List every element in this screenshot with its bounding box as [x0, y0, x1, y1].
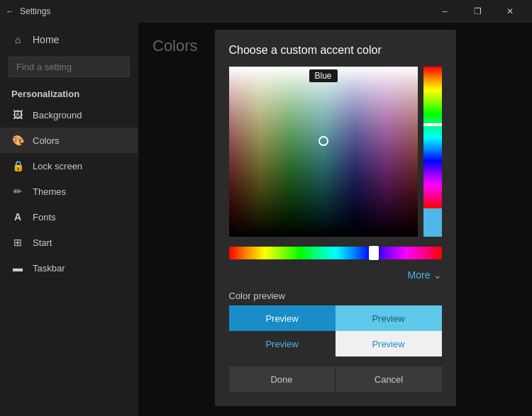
sidebar-item-background[interactable]: 🖼 Background: [0, 102, 138, 128]
title-bar-title: Settings: [20, 6, 50, 16]
sidebar-item-start[interactable]: ⊞ Start: [0, 230, 138, 255]
preview-grid: Preview Preview Preview Preview: [229, 305, 442, 356]
gradient-black: [229, 67, 418, 237]
preview-cell-4: Preview: [336, 331, 442, 356]
more-button[interactable]: More ⌄: [408, 269, 442, 281]
content-area: Colors Choose a custom accent color Blue: [138, 23, 532, 416]
themes-icon: ✏: [11, 186, 24, 197]
preview-cell-2: Preview: [336, 305, 442, 331]
home-icon: ⌂: [11, 34, 24, 45]
maximize-button[interactable]: ❐: [461, 0, 494, 23]
sidebar-label-colors: Colors: [33, 135, 60, 146]
more-label: More: [408, 269, 431, 281]
colors-icon: 🎨: [11, 135, 24, 146]
hue-slider-area: [229, 247, 442, 259]
sidebar: ⌂ Home Personalization 🖼 Background 🎨 Co…: [0, 23, 138, 416]
minimize-button[interactable]: –: [428, 0, 461, 23]
back-icon[interactable]: ←: [6, 6, 14, 16]
home-label: Home: [33, 34, 59, 45]
title-bar: ← Settings – ❐ ✕: [0, 0, 532, 23]
lock-icon: 🔒: [11, 160, 24, 172]
fonts-icon: A: [11, 211, 24, 223]
selected-color-preview: [423, 208, 442, 237]
color-picker-modal: Choose a custom accent color Blue: [215, 30, 456, 406]
chevron-down-icon: ⌄: [433, 269, 442, 281]
more-row: More ⌄: [229, 269, 442, 281]
color-gradient-wrapper[interactable]: Blue: [229, 67, 418, 237]
sidebar-label-lock-screen: Lock screen: [33, 161, 82, 172]
sidebar-label-taskbar: Taskbar: [33, 263, 65, 274]
cancel-button[interactable]: Cancel: [336, 366, 442, 392]
hue-slider-track[interactable]: [229, 247, 442, 259]
close-button[interactable]: ✕: [494, 0, 526, 23]
sidebar-item-taskbar[interactable]: ▬ Taskbar: [0, 255, 138, 281]
sidebar-label-fonts: Fonts: [33, 212, 56, 223]
hue-strip[interactable]: [423, 67, 442, 208]
sidebar-item-themes[interactable]: ✏ Themes: [0, 179, 138, 204]
preview-label-1: Preview: [265, 313, 298, 324]
preview-label-4: Preview: [372, 339, 404, 349]
sidebar-label-start: Start: [33, 237, 52, 248]
start-icon: ⊞: [11, 237, 24, 248]
main-area: ⌂ Home Personalization 🖼 Background 🎨 Co…: [0, 23, 532, 416]
search-input[interactable]: [9, 57, 130, 77]
sidebar-item-fonts[interactable]: A Fonts: [0, 204, 138, 230]
color-preview-label: Color preview: [229, 291, 442, 301]
button-row: Done Cancel: [229, 366, 442, 392]
sidebar-section-label: Personalization: [0, 83, 138, 102]
preview-cell-1: Preview: [229, 305, 336, 331]
sidebar-item-lock-screen[interactable]: 🔒 Lock screen: [0, 153, 138, 179]
preview-label-2: Preview: [372, 313, 404, 324]
title-bar-controls: – ❐ ✕: [428, 0, 526, 23]
color-picker-area: Blue: [229, 67, 442, 237]
sidebar-item-colors[interactable]: 🎨 Colors: [0, 128, 138, 153]
preview-label-3: Preview: [265, 339, 298, 349]
color-preview-section: Color preview Preview Preview Preview Pr…: [229, 291, 442, 356]
taskbar-icon: ▬: [11, 262, 24, 274]
done-button[interactable]: Done: [229, 366, 335, 392]
preview-cell-3: Preview: [229, 331, 336, 356]
hue-strip-wrapper: [423, 67, 442, 237]
background-icon: 🖼: [11, 109, 24, 120]
hue-cursor: [423, 123, 442, 126]
sidebar-label-background: Background: [33, 110, 82, 120]
title-bar-left: ← Settings: [6, 6, 50, 16]
sidebar-label-themes: Themes: [33, 186, 66, 197]
color-gradient[interactable]: Blue: [229, 67, 418, 237]
hue-slider-thumb: [369, 246, 379, 260]
modal-title: Choose a custom accent color: [229, 44, 442, 57]
modal-overlay: Choose a custom accent color Blue: [138, 23, 532, 416]
sidebar-home-item[interactable]: ⌂ Home: [0, 26, 138, 54]
